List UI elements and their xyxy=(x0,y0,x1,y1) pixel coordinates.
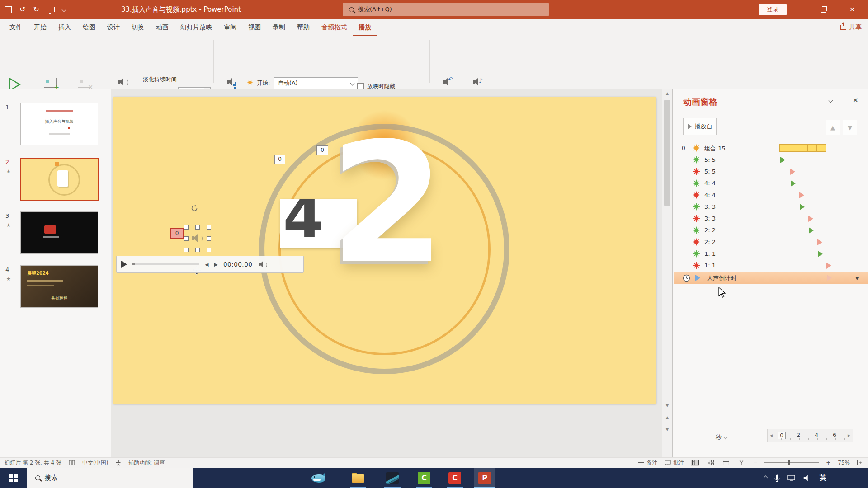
timeline-ruler[interactable]: ◀ 0 2 4 6 ▶ xyxy=(767,429,853,442)
scrollbar-thumb[interactable] xyxy=(664,100,670,206)
slide-thumbnail-2[interactable] xyxy=(20,158,99,201)
animation-order-badge[interactable]: 0 xyxy=(316,145,328,155)
taskbar-app-dark[interactable] xyxy=(382,468,403,488)
slide-surface[interactable]: 4 2 0 0 0 ◀ ▶ xyxy=(113,97,656,404)
login-button[interactable]: 登录 xyxy=(759,4,787,15)
timeline-marker[interactable] xyxy=(790,169,795,175)
accessibility-status[interactable]: 辅助功能: 调查 xyxy=(128,459,165,467)
tab-review[interactable]: 审阅 xyxy=(218,19,242,36)
animation-item[interactable]: 4: 4 xyxy=(673,178,868,189)
proofing-book-icon[interactable] xyxy=(69,460,75,465)
selection-handle[interactable] xyxy=(195,248,200,252)
item-dropdown-icon[interactable]: ▼ xyxy=(855,276,859,281)
zoom-out-button[interactable]: − xyxy=(753,460,757,466)
ime-language-indicator[interactable]: 英 xyxy=(820,474,826,482)
selection-handle[interactable] xyxy=(207,236,211,241)
timeline-marker[interactable] xyxy=(791,180,796,187)
tab-slideshow[interactable]: 幻灯片放映 xyxy=(175,19,218,36)
media-progress-track[interactable] xyxy=(132,263,199,265)
countdown-number[interactable]: 2 xyxy=(330,121,445,287)
animation-star-icon[interactable]: ★ xyxy=(6,222,11,228)
animation-star-icon[interactable]: ★ xyxy=(6,169,11,174)
animation-item[interactable]: 5: 5 xyxy=(673,154,868,166)
timeline-marker[interactable] xyxy=(826,263,831,269)
close-button[interactable]: ✕ xyxy=(836,0,868,19)
hidden-icons-chevron[interactable] xyxy=(764,476,768,480)
timeline-marker[interactable] xyxy=(817,239,822,245)
animation-star-icon[interactable]: ★ xyxy=(6,276,11,282)
media-volume-icon[interactable] xyxy=(259,261,267,267)
media-back-button[interactable]: ◀ xyxy=(205,262,208,267)
ruler-scroll-right-icon[interactable]: ▶ xyxy=(848,433,851,438)
start-button[interactable] xyxy=(0,468,27,488)
animation-item[interactable]: 3: 3 xyxy=(673,201,868,213)
pane-close-icon[interactable]: ✕ xyxy=(853,96,859,104)
media-play-button[interactable] xyxy=(121,261,127,268)
audio-speaker-icon[interactable] xyxy=(192,234,202,242)
timeline-marker[interactable] xyxy=(827,275,832,281)
start-mode-select[interactable]: 自动(A) xyxy=(274,77,358,89)
animation-item[interactable]: 0 组合 15 xyxy=(673,142,868,154)
tab-design[interactable]: 设计 xyxy=(101,19,126,36)
animation-item[interactable]: 4: 4 xyxy=(673,189,868,201)
rotate-handle-icon[interactable] xyxy=(190,204,198,212)
tab-help[interactable]: 帮助 xyxy=(291,19,316,36)
previous-slide-icon[interactable]: ▲ xyxy=(662,415,672,420)
tab-animations[interactable]: 动画 xyxy=(150,19,175,36)
tab-audio-format[interactable]: 音频格式 xyxy=(316,19,353,36)
animation-item[interactable]: 3: 3 xyxy=(673,213,868,225)
animation-timeline-bar[interactable] xyxy=(779,144,826,152)
zoom-slider[interactable] xyxy=(764,462,819,463)
tab-draw[interactable]: 绘图 xyxy=(77,19,101,36)
zoom-in-button[interactable]: + xyxy=(826,460,830,466)
customize-qat-icon[interactable] xyxy=(61,7,66,12)
timeline-marker[interactable] xyxy=(780,157,785,163)
slideshow-view-button[interactable] xyxy=(737,460,745,466)
save-icon[interactable] xyxy=(5,6,12,13)
play-from-button[interactable]: 播放自 xyxy=(683,118,717,135)
slide-thumbnail-4[interactable]: 展望2024 共创辉煌 xyxy=(20,265,98,308)
redo-icon[interactable]: ↻ xyxy=(33,6,39,13)
normal-view-button[interactable] xyxy=(691,460,699,466)
audio-object-selection[interactable] xyxy=(186,227,209,250)
pane-options-icon[interactable] xyxy=(829,99,833,103)
selection-handle[interactable] xyxy=(207,225,211,230)
undo-icon[interactable]: ↺ xyxy=(19,6,25,13)
selection-handle[interactable] xyxy=(184,236,189,241)
next-slide-icon[interactable]: ▼ xyxy=(662,427,672,432)
selection-handle[interactable] xyxy=(195,225,200,230)
tab-file[interactable]: 文件 xyxy=(4,19,28,36)
timeline-marker[interactable] xyxy=(818,251,823,257)
animation-item[interactable]: 2: 2 xyxy=(673,236,868,248)
share-button[interactable]: 共享 xyxy=(840,19,862,36)
timeline-units-dropdown[interactable]: 秒 xyxy=(716,433,727,441)
volume-tray-icon[interactable] xyxy=(804,475,811,481)
taskbar-app-red-c[interactable]: C xyxy=(444,468,466,488)
timeline-marker[interactable] xyxy=(809,227,814,234)
zoom-level[interactable]: 75% xyxy=(838,460,850,466)
tab-record[interactable]: 录制 xyxy=(267,19,291,36)
reading-view-button[interactable] xyxy=(722,460,730,466)
slide-sorter-view-button[interactable] xyxy=(707,460,715,466)
selection-handle[interactable] xyxy=(207,248,211,252)
scroll-up-icon[interactable]: ▲ xyxy=(662,91,672,96)
minimize-button[interactable]: — xyxy=(784,0,810,19)
slide-thumbnail-1[interactable]: 插入声音与视频 xyxy=(20,103,98,145)
taskbar-app-powerpoint[interactable]: P xyxy=(474,468,495,488)
zoom-slider-thumb[interactable] xyxy=(788,460,790,465)
taskbar-app-camtasia[interactable]: C xyxy=(413,468,435,488)
slide-thumbnail-3[interactable] xyxy=(20,211,98,254)
timeline-marker[interactable] xyxy=(799,192,804,198)
search-input[interactable]: 搜索(Alt+Q) xyxy=(343,3,549,16)
timeline-marker[interactable] xyxy=(808,216,813,222)
tab-playback[interactable]: 播放 xyxy=(353,19,377,36)
scroll-down-icon[interactable]: ▼ xyxy=(662,403,672,408)
animation-item[interactable]: 2: 2 xyxy=(673,225,868,236)
taskbar-app-explorer[interactable] xyxy=(347,468,369,488)
fit-to-window-icon[interactable] xyxy=(857,460,863,465)
animation-item[interactable]: 1: 1 xyxy=(673,248,868,260)
tab-transitions[interactable]: 切换 xyxy=(126,19,150,36)
ruler-scroll-left-icon[interactable]: ◀ xyxy=(769,433,773,438)
selection-handle[interactable] xyxy=(184,225,189,230)
animation-item-selected[interactable]: 人声倒计时 ▼ xyxy=(674,272,868,284)
